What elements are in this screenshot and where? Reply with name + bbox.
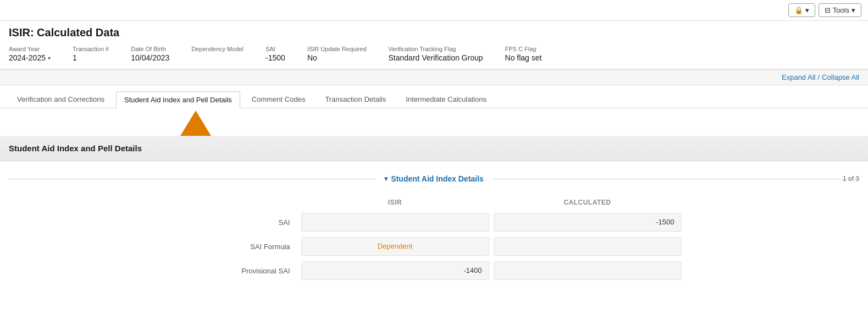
- sai-formula-isir-cell: Dependent: [301, 237, 489, 256]
- lock-icon: 🔒: [794, 6, 803, 14]
- section-title: Student Aid Index and Pell Details: [9, 144, 142, 153]
- expand-all-link[interactable]: Expand All: [782, 73, 815, 81]
- section-counter: 1 of 3: [843, 175, 859, 183]
- award-year-chevron: ▾: [48, 55, 51, 61]
- dob-value: 10/04/2023: [131, 53, 169, 62]
- sai-formula-row-label: SAI Formula: [187, 243, 297, 251]
- verification-tracking-field: Verification Tracking Flag Standard Veri…: [389, 46, 483, 62]
- filter-icon: ⊟: [825, 6, 831, 14]
- provisional-sai-isir-cell: -1400: [301, 261, 489, 280]
- provisional-sai-row-label: Provisional SAI: [187, 267, 297, 275]
- tools-button[interactable]: ⊟ Tools ▾: [819, 3, 861, 17]
- header-fields: Award Year 2024-2025 ▾ Transaction # 1 D…: [0, 41, 868, 70]
- dependency-model-label: Dependency Model: [191, 46, 244, 52]
- lock-chevron: ▾: [805, 6, 809, 14]
- transaction-label: Transaction #: [73, 46, 109, 52]
- tab-intermediate-calculations[interactable]: Intermediate Calculations: [397, 91, 495, 108]
- sai-value: -1500: [266, 53, 285, 62]
- table-row: SAI Formula Dependent: [187, 237, 682, 256]
- collapse-chevron-icon: ▾: [384, 175, 388, 183]
- tab-transaction-details[interactable]: Transaction Details: [317, 91, 394, 108]
- dob-field: Date Of Birth 10/04/2023: [131, 46, 169, 62]
- collapsible-toggle[interactable]: ▾ Student Aid Index Details: [375, 174, 492, 183]
- sai-calculated-cell: -1500: [494, 213, 682, 232]
- student-aid-index-section: ▾ Student Aid Index Details 1 of 3 ISIR …: [9, 170, 859, 280]
- sai-label: SAI: [266, 46, 285, 52]
- sai-row-label: SAI: [187, 218, 297, 227]
- verification-tracking-label: Verification Tracking Flag: [389, 46, 483, 52]
- award-year-value: 2024-2025: [9, 53, 46, 62]
- collapsible-header: ▾ Student Aid Index Details 1 of 3: [9, 170, 859, 188]
- verification-tracking-value: Standard Verification Group: [389, 53, 483, 62]
- sai-field: SAI -1500: [266, 46, 285, 62]
- collapsible-section-title: Student Aid Index Details: [391, 174, 483, 183]
- section-header: Student Aid Index and Pell Details: [0, 136, 868, 161]
- up-arrow-icon: [180, 111, 211, 136]
- fps-flag-value: No flag set: [505, 53, 542, 62]
- lock-button[interactable]: 🔒 ▾: [788, 3, 815, 17]
- isir-update-field: ISIR Update Required No: [307, 46, 367, 62]
- award-year-label: Award Year: [9, 46, 51, 52]
- top-toolbar: 🔒 ▾ ⊟ Tools ▾: [0, 0, 868, 21]
- page-title: ISIR: Calculated Data: [0, 21, 868, 41]
- table-row: Provisional SAI -1400: [187, 261, 682, 280]
- sai-formula-calculated-cell: [494, 237, 682, 256]
- col-calculated-label: CALCULATED: [494, 199, 682, 206]
- transaction-field: Transaction # 1: [73, 46, 109, 62]
- data-grid-header: ISIR CALCULATED: [187, 199, 682, 208]
- tabs-bar: Verification and Corrections Student Aid…: [0, 85, 868, 108]
- collapse-all-link[interactable]: Collapse All: [822, 73, 859, 81]
- expand-collapse-bar: Expand All / Collapse All: [0, 70, 868, 85]
- dependency-model-field: Dependency Model: [191, 46, 244, 53]
- tab-verification-corrections[interactable]: Verification and Corrections: [9, 91, 113, 108]
- tab-comment-codes[interactable]: Comment Codes: [244, 91, 314, 108]
- isir-update-value: No: [307, 53, 367, 62]
- arrow-indicator-container: [0, 108, 868, 136]
- award-year-dropdown[interactable]: 2024-2025 ▾: [9, 53, 51, 62]
- fps-flag-field: FPS C Flag No flag set: [505, 46, 542, 62]
- fps-flag-label: FPS C Flag: [505, 46, 542, 52]
- tab-student-aid-index[interactable]: Student Aid Index and Pell Details: [116, 91, 240, 108]
- content-area: ▾ Student Aid Index Details 1 of 3 ISIR …: [0, 161, 868, 300]
- transaction-value: 1: [73, 53, 109, 62]
- table-row: SAI -1500: [187, 213, 682, 232]
- col-isir-label: ISIR: [301, 199, 489, 206]
- sai-isir-cell: [301, 213, 489, 232]
- dob-label: Date Of Birth: [131, 46, 169, 52]
- tools-chevron: ▾: [852, 6, 855, 14]
- isir-update-label: ISIR Update Required: [307, 46, 367, 52]
- data-grid: ISIR CALCULATED SAI -1500 SAI Formula De…: [187, 199, 682, 280]
- award-year-field: Award Year 2024-2025 ▾: [9, 46, 51, 62]
- provisional-sai-calculated-cell: [494, 261, 682, 280]
- tools-label: Tools: [833, 6, 849, 14]
